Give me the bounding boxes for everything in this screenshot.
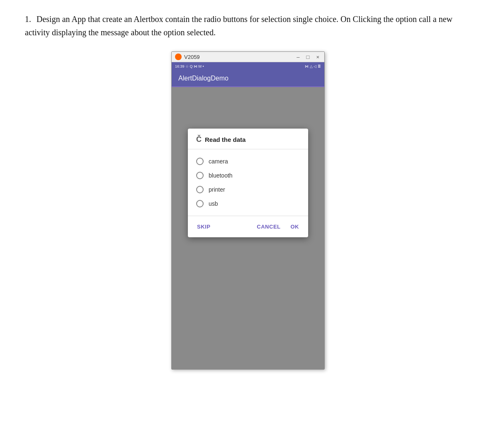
title-bar: V2059 – □ × (172, 52, 324, 62)
label-camera: camera (209, 158, 228, 165)
dialog-buttons-divider (188, 216, 308, 216)
cancel-button[interactable]: CANCEL (253, 221, 284, 232)
app-bar: AlertDialogDemo (172, 71, 324, 87)
label-printer: printer (209, 186, 225, 193)
label-usb: usb (209, 200, 218, 207)
dialog-options: camera bluetooth printer usb (188, 151, 308, 214)
page: 1. Design an App that create an Alertbox… (25, 12, 471, 370)
label-bluetooth: bluetooth (209, 172, 233, 179)
option-bluetooth[interactable]: bluetooth (188, 168, 308, 183)
close-button[interactable]: × (314, 54, 321, 60)
alert-dialog: Č Read the data camera bluetooth (188, 129, 308, 237)
dialog-icon: Č (196, 135, 202, 144)
ok-button[interactable]: OK (287, 221, 304, 232)
radio-bluetooth[interactable] (196, 172, 204, 179)
title-bar-controls: – □ × (295, 54, 321, 60)
status-left: 16:39 ☆ Q ⋈ M • (175, 64, 204, 68)
option-camera[interactable]: camera (188, 154, 308, 168)
radio-printer[interactable] (196, 186, 204, 193)
option-usb[interactable]: usb (188, 197, 308, 211)
title-bar-left: V2059 (175, 54, 200, 60)
status-bar: 16:39 ☆ Q ⋈ M • ⋈ △ ◁ ≣ (172, 62, 324, 71)
radio-usb[interactable] (196, 200, 204, 207)
maximize-button[interactable]: □ (305, 54, 311, 60)
question-number: 1. (25, 15, 31, 24)
skip-button[interactable]: SKIP (193, 221, 214, 232)
dialog-title-text: Read the data (205, 136, 246, 143)
dialog-title: Č Read the data (188, 129, 308, 147)
question-text: 1. Design an App that create an Alertbox… (25, 12, 471, 39)
dialog-buttons: SKIP CANCEL OK (188, 218, 308, 237)
phone-wrapper: V2059 – □ × 16:39 ☆ Q ⋈ M • ⋈ △ ◁ ≣ Aler… (25, 51, 471, 370)
phone-window: V2059 – □ × 16:39 ☆ Q ⋈ M • ⋈ △ ◁ ≣ Aler… (171, 51, 325, 370)
phone-content: Č Read the data camera bluetooth (172, 87, 324, 369)
radio-camera[interactable] (196, 158, 204, 165)
minimize-button[interactable]: – (295, 54, 301, 60)
status-right: ⋈ △ ◁ ≣ (305, 64, 321, 68)
android-icon (175, 54, 182, 60)
question-body: Design an App that create an Alertbox co… (25, 15, 452, 37)
option-printer[interactable]: printer (188, 183, 308, 197)
app-bar-title: AlertDialogDemo (178, 75, 229, 82)
dialog-divider (188, 149, 308, 149)
window-title: V2059 (184, 54, 200, 60)
